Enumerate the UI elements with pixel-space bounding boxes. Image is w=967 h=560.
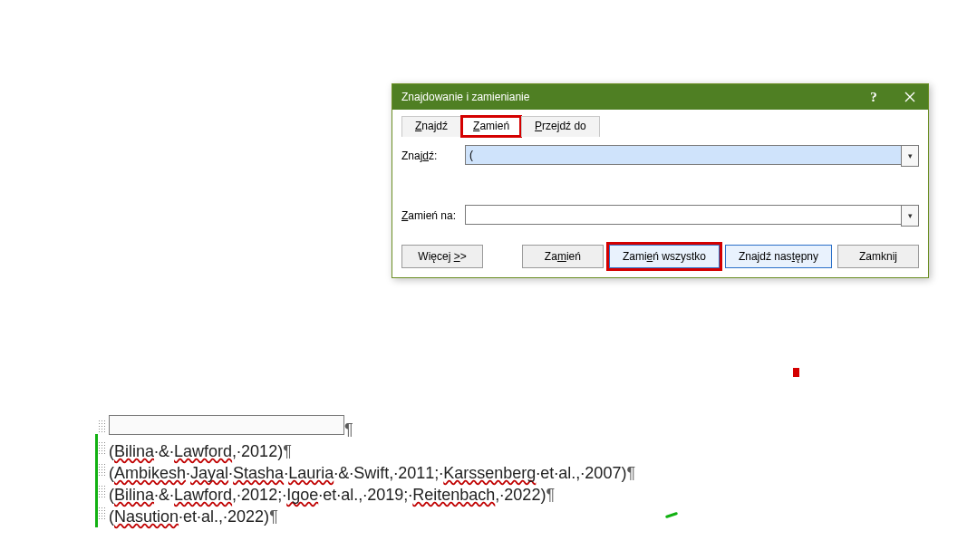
tab-goto[interactable]: Przejdź do (521, 116, 600, 137)
doc-line[interactable]: (Ambikesh·Jayal·Stasha·Lauria·&·Swift,·2… (98, 462, 635, 484)
citation-text: (Ambikesh·Jayal·Stasha·Lauria·&·Swift,·2… (109, 464, 626, 482)
replace-all-button[interactable]: Zamień wszystko (609, 245, 720, 268)
more-button[interactable]: Więcej >> (401, 245, 483, 268)
dialog-body: Znajdź Zamień Przejdź do Znajdź: ▾ Zamie… (392, 110, 928, 277)
stray-mark (793, 368, 799, 377)
doc-line[interactable]: (Bilina·&·Lawford,·2012)¶ (98, 440, 635, 462)
pilcrow-icon: ¶ (546, 486, 555, 504)
pilcrow-icon: ¶ (344, 420, 353, 439)
pilcrow-icon: ¶ (283, 442, 292, 460)
find-label: Znajdź: (401, 150, 465, 162)
find-replace-dialog: Znajdowanie i zamienianie ? Znajdź Zamie… (392, 83, 929, 278)
drag-handle-icon[interactable] (98, 485, 107, 498)
doc-line[interactable]: (Bilina·&·Lawford,·2012;·Igoe·et·al.,·20… (98, 484, 635, 506)
stray-mark (665, 512, 678, 518)
citation-text: (Bilina·&·Lawford,·2012;·Igoe·et·al.,·20… (109, 486, 546, 504)
citation-text: (Bilina·&·Lawford,·2012) (109, 442, 283, 460)
doc-line[interactable]: (Nasution·et·al.,·2022)¶ (98, 506, 635, 527)
drag-handle-icon[interactable] (98, 507, 107, 520)
document-fragment: ¶(Bilina·&·Lawford,·2012)¶(Ambikesh·Jaya… (98, 412, 635, 527)
doc-line[interactable]: ¶ (98, 412, 635, 440)
drag-handle-icon[interactable] (98, 441, 107, 455)
tab-replace[interactable]: Zamień (461, 116, 521, 137)
pilcrow-icon: ¶ (626, 464, 635, 482)
empty-field[interactable] (109, 415, 344, 435)
change-tracking-bar (95, 434, 98, 527)
find-next-button[interactable]: Znajdź następny (725, 245, 832, 268)
replace-combo: ▾ (465, 205, 919, 227)
replace-label: Zamień na: (401, 209, 465, 222)
find-row: Znajdź: ▾ (401, 145, 919, 167)
replace-button[interactable]: Zamień (522, 245, 604, 268)
replace-input[interactable] (465, 205, 901, 225)
find-dropdown[interactable]: ▾ (901, 145, 919, 167)
citation-text: (Nasution·et·al.,·2022) (109, 507, 269, 526)
dialog-title: Znajdowanie i zamienianie (401, 91, 529, 103)
dialog-buttons: Więcej >> Zamień Zamień wszystko Znajdź … (401, 232, 919, 268)
drag-handle-icon[interactable] (98, 463, 107, 477)
tab-find[interactable]: Znajdź (401, 116, 461, 137)
pilcrow-icon: ¶ (269, 507, 278, 526)
help-button[interactable]: ? (856, 84, 892, 110)
drag-handle-icon[interactable] (98, 420, 107, 433)
replace-dropdown[interactable]: ▾ (901, 205, 919, 227)
find-combo: ▾ (465, 145, 919, 167)
dialog-tabs: Znajdź Zamień Przejdź do (401, 115, 919, 136)
close-button[interactable]: Zamknij (837, 245, 919, 268)
dialog-titlebar[interactable]: Znajdowanie i zamienianie ? (392, 84, 928, 110)
replace-row: Zamień na: ▾ (401, 205, 919, 227)
close-icon[interactable] (892, 84, 928, 110)
find-input[interactable] (465, 145, 901, 165)
